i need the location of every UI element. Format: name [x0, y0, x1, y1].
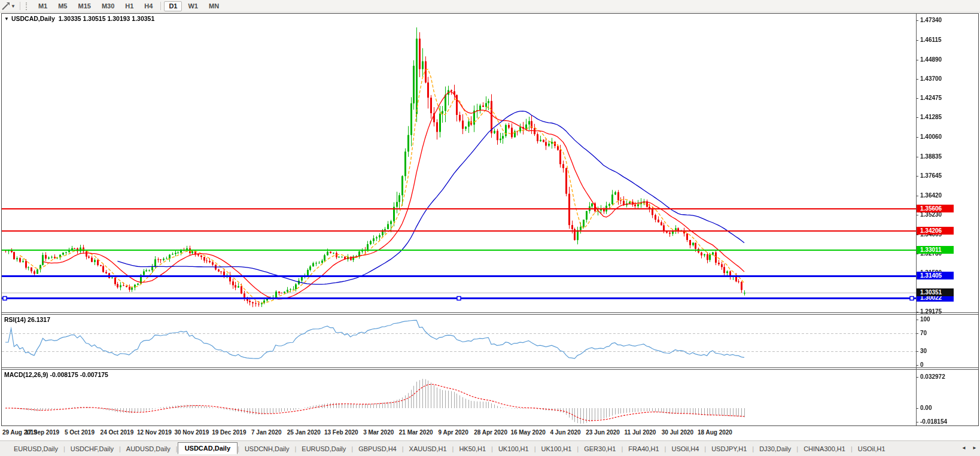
toolbar-grip[interactable] — [26, 2, 29, 10]
chart-tab-fra40-h1[interactable]: FRA40,H1 — [623, 443, 664, 454]
date-axis: 29 Aug 201917 Sep 20195 Oct 201924 Oct 2… — [1, 427, 979, 439]
chart-window: ▼USDCAD,Daily 1.30335 1.30515 1.30193 1.… — [1, 13, 979, 426]
price-axis-border — [916, 14, 917, 425]
timeframe-button-m1[interactable]: M1 — [34, 1, 52, 11]
macd-canvas[interactable] — [2, 370, 916, 425]
chart-tab-dj30-daily[interactable]: DJ30,Daily — [754, 443, 796, 454]
timeframe-button-m5[interactable]: M5 — [53, 1, 72, 11]
collapse-icon[interactable]: ▼ — [4, 16, 9, 22]
price-line-badge: 1.34206 — [917, 227, 954, 235]
price-tick-label: 0.032972 — [920, 373, 945, 380]
axis-tickmark — [917, 273, 918, 273]
rsi-pane: RSI(14) 26.1317 10070300 — [2, 315, 978, 367]
timeframe-button-mn[interactable]: MN — [204, 1, 224, 11]
chart-tab-hk50-h1[interactable]: HK50,H1 — [454, 443, 491, 454]
chart-tab-usoil-h4[interactable]: USOil,H4 — [666, 443, 704, 454]
price-tick-label: 1.41285 — [920, 114, 942, 120]
chart-tab-gbpusd-h4[interactable]: GBPUSD,H4 — [353, 443, 402, 454]
timeframe-button-d1[interactable]: D1 — [164, 1, 182, 11]
price-line-badge: 1.31405 — [917, 272, 954, 279]
chart-tab-uk100-h1[interactable]: UK100,H1 — [536, 443, 577, 454]
date-tick-label: 12 Nov 2019 — [137, 429, 172, 436]
date-tick-label: 16 May 2020 — [510, 429, 545, 436]
price-tick-label: 1.34005 — [920, 231, 942, 238]
price-tick-label: 1.42475 — [920, 95, 942, 101]
date-tick-label: 11 Jul 2020 — [625, 429, 656, 436]
price-tick-label: 1.37645 — [920, 172, 942, 179]
chart-tab-eurusd-daily[interactable]: EURUSD,Daily — [8, 443, 63, 454]
chart-symbol-period: USDCAD,Daily — [11, 15, 55, 22]
rsi-label: RSI(14) 26.1317 — [4, 316, 50, 323]
axis-tickmark — [917, 137, 918, 138]
date-tick-label: 30 Nov 2019 — [174, 429, 209, 436]
chart-tab-usdchf-daily[interactable]: USDCHF,Daily — [65, 443, 119, 454]
dropdown-caret-icon[interactable]: ▼ — [11, 4, 16, 9]
axis-tickmark — [917, 20, 918, 21]
date-tick-label: 25 Jan 2020 — [287, 429, 321, 436]
macd-label: MACD(12,26,9) -0.008175 -0.007175 — [4, 371, 108, 378]
tab-scroll-arrows: ◄ ► — [960, 444, 978, 452]
price-tick-label: 1.44890 — [920, 56, 942, 63]
price-line-badge: 1.35606 — [917, 205, 954, 212]
chart-tab-usdcnh-daily[interactable]: USDCNH,Daily — [239, 443, 295, 454]
price-line-badge: 1.30351 — [917, 288, 954, 296]
chart-tab-uk100-h1[interactable]: UK100,H1 — [493, 443, 534, 454]
axis-tickmark — [917, 176, 918, 177]
chart-tab-usdcad-daily[interactable]: USDCAD,Daily — [178, 442, 238, 454]
chart-tab-usoil-h1[interactable]: USOil,H1 — [853, 443, 891, 454]
date-tick-label: 30 Jul 2020 — [662, 429, 693, 436]
chart-tab-xauusd-h1[interactable]: XAUUSD,H1 — [404, 443, 452, 454]
tab-scroll-right-icon[interactable]: ► — [971, 444, 978, 452]
date-tick-label: 19 Dec 2019 — [212, 429, 246, 436]
price-tick-label: 30 — [920, 348, 927, 354]
price-tick-label: 1.35230 — [920, 211, 942, 218]
rsi-canvas[interactable] — [2, 315, 916, 367]
toolbar-separator — [20, 2, 20, 10]
timeframe-button-m15[interactable]: M15 — [73, 1, 95, 11]
date-tick-label: 24 Oct 2019 — [101, 429, 134, 436]
chart-tab-ger30-h1[interactable]: GER30,H1 — [579, 443, 621, 454]
chart-ohlc-values: 1.30335 1.30515 1.30193 1.30351 — [59, 15, 155, 22]
chart-tab-bar: EURUSD,Daily|USDCHF,Daily|AUDUSD,Daily|U… — [0, 440, 980, 456]
axis-tickmark — [917, 98, 918, 99]
date-tick-label: 28 Apr 2020 — [474, 429, 507, 436]
date-tick-label: 5 Oct 2019 — [65, 429, 95, 436]
chart-tab-audusd-daily[interactable]: AUDUSD,Daily — [121, 443, 176, 454]
line-tool-icon[interactable] — [1, 2, 10, 11]
date-tick-label: 3 Mar 2020 — [363, 429, 394, 436]
price-tick-label: 1.32780 — [920, 250, 942, 257]
axis-tickmark — [917, 117, 918, 118]
timeframe-button-h4[interactable]: H4 — [139, 1, 157, 11]
tab-scroll-left-icon[interactable]: ◄ — [960, 444, 967, 452]
date-tick-label: 4 Jun 2020 — [550, 429, 580, 436]
macd-pane: MACD(12,26,9) -0.008175 -0.007175 0.0329… — [2, 370, 978, 425]
timeframe-button-m30[interactable]: M30 — [97, 1, 119, 11]
axis-tickmark — [917, 60, 918, 60]
axis-tickmark — [917, 254, 918, 254]
price-tick-label: 1.40060 — [920, 133, 942, 140]
timeframe-button-w1[interactable]: W1 — [183, 1, 203, 11]
axis-tickmark — [917, 79, 918, 80]
price-tick-label: 1.31590 — [920, 269, 942, 276]
chart-tab-eurusd-daily[interactable]: EURUSD,Daily — [296, 443, 351, 454]
axis-tickmark — [917, 40, 918, 41]
date-tick-label: 9 Apr 2020 — [439, 429, 468, 436]
axis-tickmark — [917, 422, 918, 422]
date-tick-label: 21 Mar 2020 — [399, 429, 433, 436]
timeframe-buttons: M1M5M15M30H1H4D1W1MN — [33, 1, 224, 11]
timeframe-button-h1[interactable]: H1 — [120, 1, 138, 11]
main-chart-pane: ▼USDCAD,Daily 1.30335 1.30515 1.30193 1.… — [2, 14, 978, 312]
price-chart-canvas[interactable] — [2, 14, 916, 312]
price-line-badge: 1.30022 — [917, 294, 954, 302]
price-tick-label: 1.36420 — [920, 192, 942, 199]
price-tick-label: 70 — [920, 330, 927, 336]
price-tick-label: 100 — [920, 316, 930, 323]
chart-tab-china300-h1[interactable]: CHINA300,H1 — [798, 443, 851, 454]
axis-tickmark — [917, 320, 918, 320]
chart-tab-usdjpy-h1[interactable]: USDJPY,H1 — [706, 443, 752, 454]
axis-tickmark — [917, 333, 918, 334]
price-line-badge: 1.33011 — [917, 246, 954, 254]
price-tick-label: 1.47340 — [920, 17, 942, 23]
price-tick-label: -0.018154 — [920, 418, 947, 425]
price-tick-label: 1.38835 — [920, 153, 942, 160]
